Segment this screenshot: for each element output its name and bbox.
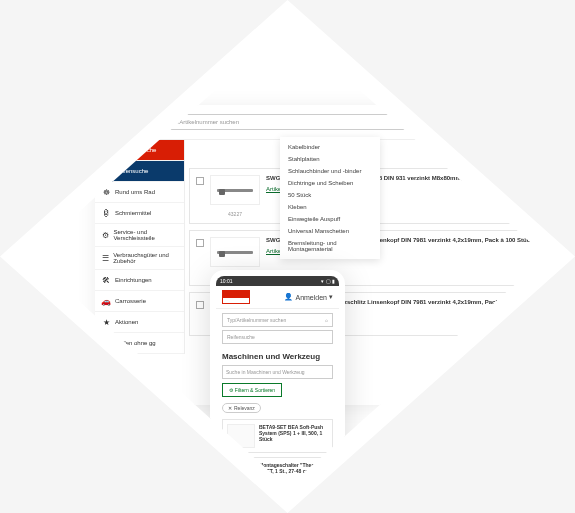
checkbox[interactable]: [196, 177, 204, 185]
search-icon[interactable]: ⌕: [325, 317, 328, 323]
flyout-item[interactable]: Stahlplatten: [280, 153, 380, 165]
sidebar-item-einrichtungen[interactable]: 🛠Einrichtungen: [95, 270, 184, 291]
sidebar-item-service[interactable]: ⚙Service- und Verschleissteile: [95, 224, 184, 247]
category-title: Maschinen und Werkzeug: [216, 348, 339, 365]
close-icon[interactable]: ✕: [228, 405, 232, 411]
drop-icon: 🛢: [101, 208, 111, 218]
car-icon: ⛍: [101, 145, 111, 155]
sku: 43227: [228, 211, 242, 217]
mobile-header: 👤 Anmelden ▾: [216, 286, 339, 309]
status-bar: 10:01 ▾ ▢ ▮: [216, 276, 339, 286]
login-link[interactable]: 👤 Anmelden ▾: [284, 293, 333, 301]
mobile-tyre-search[interactable]: Reifensuche: [222, 330, 333, 344]
flyout-item[interactable]: Universal Manschetten: [280, 225, 380, 237]
category-flyout: Kabelbinder Stahlplatten Schlauchbinder …: [280, 137, 380, 259]
car-body-icon: 🚗: [101, 296, 111, 306]
sidebar-item-verbrauch[interactable]: ☰Verbrauchsgüter und Zubehör: [95, 247, 184, 270]
checkbox[interactable]: [196, 301, 204, 309]
shelf-icon: 🛠: [101, 275, 111, 285]
brand-logo[interactable]: [222, 290, 250, 304]
category-filter-input[interactable]: Suche in Maschinen und Werkzeug: [222, 365, 333, 379]
chevron-down-icon: ▾: [329, 293, 333, 301]
brand-logo[interactable]: REX: [105, 113, 137, 131]
box-icon: ☰: [101, 253, 109, 263]
status-time: 10:01: [220, 278, 233, 284]
tyre-search-placeholder: Reifensuche: [520, 119, 553, 125]
mobile-search-input[interactable]: Typ/Artikelnummer suchen ⌕: [222, 313, 333, 327]
product-thumb: [227, 500, 255, 513]
flyout-item[interactable]: Schlauchbinder und -binder: [280, 165, 380, 177]
search-input[interactable]: Typ/Artikelnummer suchen ⌕: [163, 114, 511, 130]
product-thumb: [210, 237, 260, 267]
user-icon: 👤: [284, 293, 293, 301]
sort-chip[interactable]: ✕ Relevanz: [222, 403, 261, 413]
flyout-item[interactable]: Bremsleitung- und Montagematerial: [280, 237, 380, 255]
search-icon[interactable]: ⌕: [501, 118, 506, 127]
sidebar-item-schmiermittel[interactable]: 🛢Schmiermittel: [95, 203, 184, 224]
tyre-search-input[interactable]: Reifensuche: [515, 114, 575, 130]
flyout-item[interactable]: 50 Stück: [280, 189, 380, 201]
product-title: BETA9-SET BEA Soft-Push System (SPS) 1 +…: [259, 424, 328, 442]
gear-icon: ⚙: [101, 230, 109, 240]
flyout-item[interactable]: Einwegteile Auspuff: [280, 213, 380, 225]
flyout-item[interactable]: Kabelbinder: [280, 141, 380, 153]
flyout-item[interactable]: Dichtringe und Scheiben: [280, 177, 380, 189]
filter-icon: ⚙: [229, 387, 233, 393]
flyout-item[interactable]: Kleben: [280, 201, 380, 213]
filter-sort-button[interactable]: ⚙ Filtern & Sortieren: [222, 383, 282, 397]
product-thumb: [210, 175, 260, 205]
status-icons: ▾ ▢ ▮: [321, 278, 335, 284]
sidebar-item-carrosserie[interactable]: 🚗Carrosserie: [95, 291, 184, 312]
checkbox[interactable]: [196, 239, 204, 247]
